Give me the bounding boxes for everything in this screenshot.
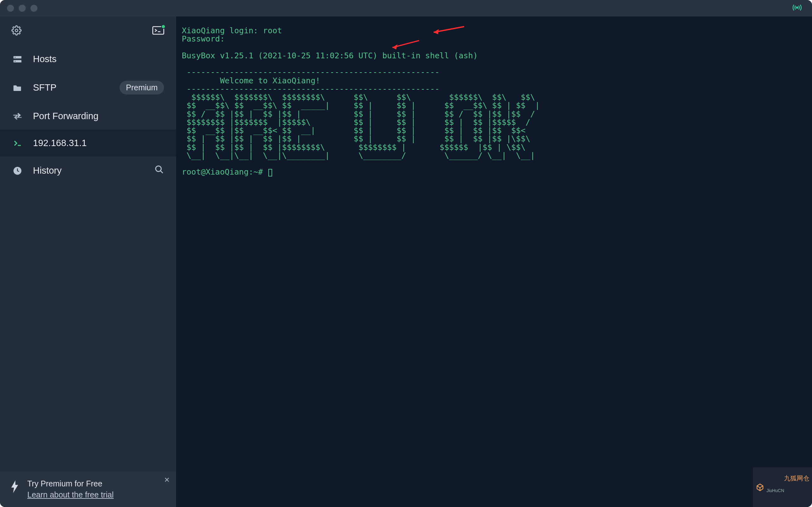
svg-point-1: [15, 29, 18, 32]
sidebar-item-label: 192.168.31.1: [33, 138, 164, 148]
terminal-pane[interactable]: XiaoQiang login: root Password: BusyBox …: [176, 16, 812, 507]
sidebar: Hosts SFTP Premium Port Forwarding: [0, 16, 176, 507]
minimize-window-button[interactable]: [19, 5, 26, 12]
hosts-icon: [12, 55, 23, 63]
terminal-ascii-banner: ----------------------------------------…: [182, 67, 540, 160]
maximize-window-button[interactable]: [31, 5, 38, 12]
terminal-line: BusyBox v1.25.1 (2021-10-25 11:02:56 UTC…: [182, 51, 478, 60]
sidebar-item-label: History: [33, 165, 144, 176]
connection-status-icon: [791, 3, 803, 14]
premium-banner: Try Premium for Free Learn about the fre…: [0, 471, 176, 507]
search-icon[interactable]: [154, 165, 164, 176]
premium-banner-link[interactable]: Learn about the free trial: [27, 490, 113, 499]
notification-dot-icon: [161, 24, 165, 29]
terminal-line: XiaoQiang login: root: [182, 26, 282, 35]
arrow-annotation-icon: [430, 25, 465, 36]
nav-list: Hosts SFTP Premium Port Forwarding: [0, 46, 176, 185]
close-banner-button[interactable]: ✕: [164, 476, 170, 484]
sidebar-item-session[interactable]: 192.168.31.1: [0, 130, 176, 157]
app-window: Hosts SFTP Premium Port Forwarding: [0, 0, 812, 507]
watermark-text: 九狐网仓: [784, 475, 809, 482]
close-window-button[interactable]: [7, 5, 14, 12]
port-forward-icon: [12, 112, 23, 120]
terminal-prompt: root@XiaoQiang:~#: [182, 167, 268, 176]
sidebar-item-history[interactable]: History: [0, 157, 176, 185]
sidebar-item-port-forwarding[interactable]: Port Forwarding: [0, 103, 176, 130]
premium-badge: Premium: [119, 81, 164, 95]
svg-point-8: [156, 166, 161, 172]
sidebar-item-label: Hosts: [33, 54, 164, 64]
premium-banner-title: Try Premium for Free: [27, 479, 113, 488]
svg-point-0: [797, 7, 798, 8]
titlebar: [0, 0, 812, 16]
sidebar-item-sftp[interactable]: SFTP Premium: [0, 72, 176, 103]
sidebar-toolbar: [0, 16, 176, 46]
new-terminal-button[interactable]: [152, 25, 165, 37]
window-controls: [7, 5, 38, 12]
watermark: 九狐网仓 JiuHuCN: [753, 467, 812, 507]
sidebar-item-label: Port Forwarding: [33, 111, 164, 121]
svg-point-6: [14, 61, 15, 62]
arrow-annotation-icon: [389, 39, 423, 49]
sidebar-item-hosts[interactable]: Hosts: [0, 46, 176, 72]
sidebar-item-label: SFTP: [33, 82, 109, 93]
terminal-cursor: [268, 169, 272, 176]
folder-icon: [12, 83, 23, 92]
prompt-icon: [12, 139, 23, 147]
bolt-icon: [11, 481, 19, 494]
svg-point-5: [14, 57, 15, 58]
clock-icon: [12, 166, 23, 176]
watermark-subtext: JiuHuCN: [766, 488, 809, 493]
terminal-line: Password:: [182, 34, 224, 43]
settings-button[interactable]: [11, 25, 21, 37]
main-area: Hosts SFTP Premium Port Forwarding: [0, 16, 812, 507]
